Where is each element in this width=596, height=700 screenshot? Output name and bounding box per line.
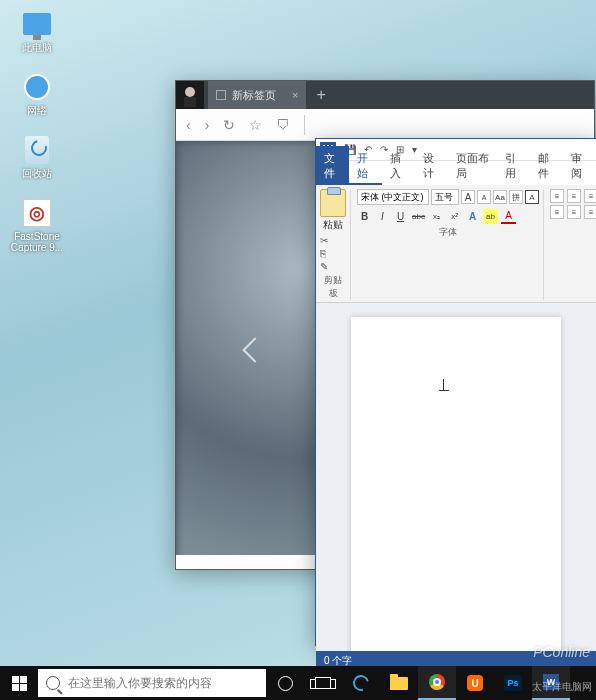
- chrome-icon: [429, 674, 445, 690]
- paste-button[interactable]: 粘贴: [320, 189, 346, 232]
- desktop-icon-label: FastStone Capture 9...: [10, 231, 64, 253]
- copy-button[interactable]: ⎘: [320, 248, 328, 259]
- subscript-button[interactable]: x₂: [429, 209, 444, 224]
- grow-font-button[interactable]: A: [461, 190, 475, 204]
- align-right-button[interactable]: ≡: [584, 205, 596, 219]
- watermark: PConline: [533, 644, 590, 660]
- page-icon: [216, 90, 226, 100]
- taskbar-explorer[interactable]: [380, 666, 418, 700]
- bold-button[interactable]: B: [357, 209, 372, 224]
- reload-button[interactable]: ↻: [223, 117, 235, 133]
- close-tab-icon[interactable]: ×: [292, 89, 298, 101]
- cut-button[interactable]: ✂: [320, 235, 328, 246]
- ribbon-group-paragraph: ≡ ≡ ≡ ≡ ≡ ≡: [550, 189, 596, 300]
- highlight-button[interactable]: ab: [483, 209, 498, 224]
- word-window[interactable]: W 💾 ↶ ↷ ⊞ ▾ 文件 开始 插入 设计 页面布局 引用 邮件 审阅 粘贴: [315, 138, 596, 646]
- taskbar-photoshop[interactable]: Ps: [494, 666, 532, 700]
- font-size-select[interactable]: 五号: [431, 189, 459, 205]
- font-color-button[interactable]: A: [501, 209, 516, 224]
- taskbar-chrome[interactable]: [418, 666, 456, 700]
- taskbar: 在这里输入你要搜索的内容 U Ps W 太平洋电脑网: [0, 666, 596, 700]
- ribbon: 粘贴 ✂ ⎘ ✎ 剪贴板 宋体 (中文正文) 五号 A A: [316, 185, 596, 303]
- italic-button[interactable]: I: [375, 209, 390, 224]
- tab-title: 新标签页: [232, 88, 276, 103]
- align-center-button[interactable]: ≡: [567, 205, 581, 219]
- tab-file[interactable]: 文件: [316, 146, 349, 185]
- underline-button[interactable]: U: [393, 209, 408, 224]
- align-left-button[interactable]: ≡: [550, 205, 564, 219]
- tab-insert[interactable]: 插入: [382, 146, 415, 185]
- multilevel-list-button[interactable]: ≡: [584, 189, 596, 203]
- watermark-sub: 太平洋电脑网: [532, 680, 592, 694]
- tab-references[interactable]: 引用: [497, 146, 530, 185]
- edge-icon: [350, 672, 372, 694]
- group-label-font: 字体: [439, 226, 457, 239]
- tab-design[interactable]: 设计: [415, 146, 448, 185]
- home-button[interactable]: ☆: [249, 117, 262, 133]
- task-view-icon: [315, 677, 331, 689]
- search-icon: [46, 676, 60, 690]
- ribbon-group-clipboard: 粘贴 ✂ ⎘ ✎ 剪贴板: [320, 189, 351, 300]
- desktop-icon-faststone[interactable]: ◎ FastStone Capture 9...: [10, 197, 64, 253]
- document-area[interactable]: [316, 303, 596, 651]
- shield-icon[interactable]: ⛉: [276, 117, 290, 133]
- profile-avatar[interactable]: [176, 81, 204, 109]
- browser-tabstrip: 新标签页 × +: [176, 81, 594, 109]
- taskbar-edge[interactable]: [342, 666, 380, 700]
- text-cursor: [439, 379, 449, 391]
- ribbon-group-font: 宋体 (中文正文) 五号 A A Aa 拼 A B I U abc x₂: [357, 189, 544, 300]
- back-button[interactable]: ‹: [186, 117, 191, 133]
- bullets-button[interactable]: ≡: [550, 189, 564, 203]
- task-view-button[interactable]: [304, 666, 342, 700]
- tab-layout[interactable]: 页面布局: [448, 146, 498, 185]
- folder-icon: [390, 677, 408, 690]
- desktop-icon-label: 此电脑: [22, 42, 52, 53]
- text-effects-button[interactable]: A: [465, 209, 480, 224]
- pc-icon: [23, 13, 51, 35]
- cortana-icon: [278, 676, 293, 691]
- format-painter-button[interactable]: ✎: [320, 261, 328, 272]
- paste-label: 粘贴: [323, 218, 343, 232]
- start-button[interactable]: [0, 666, 38, 700]
- change-case-button[interactable]: Aa: [493, 190, 507, 204]
- phonetic-guide-button[interactable]: 拼: [509, 190, 523, 204]
- group-label-clipboard: 剪贴板: [320, 274, 346, 300]
- new-tab-button[interactable]: +: [306, 86, 335, 104]
- strikethrough-button[interactable]: abc: [411, 209, 426, 224]
- paste-icon: [320, 189, 346, 217]
- cortana-button[interactable]: [266, 666, 304, 700]
- network-icon: [24, 74, 50, 100]
- taskbar-search[interactable]: 在这里输入你要搜索的内容: [38, 669, 266, 697]
- faststone-icon: ◎: [23, 199, 51, 227]
- tab-review[interactable]: 审阅: [563, 146, 596, 185]
- desktop-icon-label: 回收站: [22, 168, 52, 179]
- photoshop-icon: Ps: [504, 675, 522, 691]
- desktop-icons: 此电脑 网络 回收站 ◎ FastStone Capture 9...: [10, 8, 64, 253]
- browser-toolbar: ‹ › ↻ ☆ ⛉: [176, 109, 594, 141]
- char-border-button[interactable]: A: [525, 190, 539, 204]
- desktop-icon-this-pc[interactable]: 此电脑: [10, 8, 64, 53]
- recycle-bin-icon: [25, 136, 49, 164]
- taskbar-items: U Ps W: [266, 666, 570, 700]
- taskbar-uc-browser[interactable]: U: [456, 666, 494, 700]
- shrink-font-button[interactable]: A: [477, 190, 491, 204]
- numbering-button[interactable]: ≡: [567, 189, 581, 203]
- browser-tab[interactable]: 新标签页 ×: [208, 81, 306, 109]
- forward-button[interactable]: ›: [205, 117, 210, 133]
- desktop: 此电脑 网络 回收站 ◎ FastStone Capture 9... 新标签页…: [0, 0, 596, 700]
- desktop-icon-recycle-bin[interactable]: 回收站: [10, 134, 64, 179]
- desktop-icon-network[interactable]: 网络: [10, 71, 64, 116]
- carousel-prev-icon[interactable]: [246, 341, 274, 369]
- address-bar[interactable]: [304, 115, 584, 135]
- desktop-icon-label: 网络: [27, 105, 47, 116]
- font-name-select[interactable]: 宋体 (中文正文): [357, 189, 429, 205]
- tab-mailings[interactable]: 邮件: [530, 146, 563, 185]
- superscript-button[interactable]: x²: [447, 209, 462, 224]
- document-page[interactable]: [351, 317, 561, 651]
- search-placeholder: 在这里输入你要搜索的内容: [68, 675, 212, 692]
- tab-home[interactable]: 开始: [349, 146, 382, 185]
- ribbon-tabs: 文件 开始 插入 设计 页面布局 引用 邮件 审阅: [316, 161, 596, 185]
- windows-logo-icon: [12, 676, 27, 691]
- uc-browser-icon: U: [467, 675, 483, 691]
